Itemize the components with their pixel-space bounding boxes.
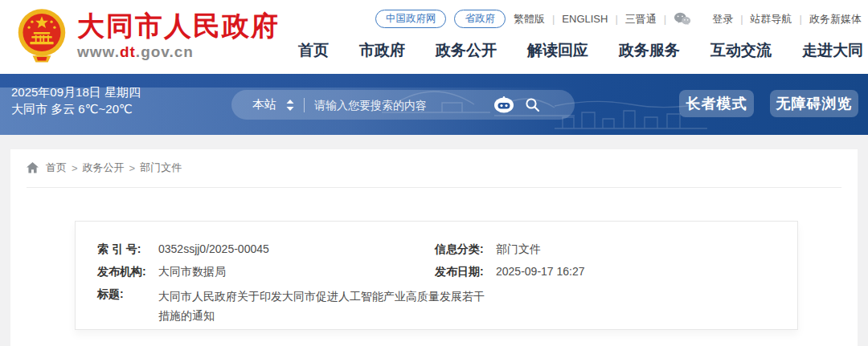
table-row: 标题: 大同市人民政府关于印发大同市促进人工智能产业高质量发展若干措施的通知 <box>97 287 797 325</box>
banner-bar: 2025年09月18日 星期四 大同市 多云 6℃~20℃ 本站 长者模式 无障… <box>0 74 868 135</box>
nav-interaction[interactable]: 互动交流 <box>710 40 772 61</box>
gov-new-media-link[interactable]: 政务新媒体 <box>809 12 862 26</box>
main-navigation: 首页 市政府 政务公开 解读回应 政务服务 互动交流 走进大同 <box>298 40 863 61</box>
issuing-agency-label: 发布机构: <box>97 264 158 279</box>
nav-gov-services[interactable]: 政务服务 <box>619 40 680 61</box>
site-url: www.dt.gov.cn <box>77 43 280 61</box>
index-number-value: 0352ssjj0/2025-00045 <box>158 242 435 257</box>
gov-cn-pill-button[interactable]: 中国政府网 <box>375 10 447 28</box>
dropdown-arrows-icon <box>286 100 294 111</box>
divider <box>27 187 841 188</box>
breadcrumb-gov-disclosure[interactable]: 政务公开 <box>83 161 125 175</box>
site-directory-link[interactable]: 站群导航 <box>751 12 792 26</box>
traditional-chinese-link[interactable]: 繁體版 <box>514 12 545 26</box>
sanjintong-link[interactable]: 三晋通 <box>625 12 657 26</box>
separator: | <box>615 13 617 25</box>
info-category-value: 部门文件 <box>496 242 797 257</box>
english-link[interactable]: ENGLISH <box>562 13 608 25</box>
separator: | <box>664 13 666 25</box>
url-www: www. <box>77 43 120 60</box>
divider <box>304 98 305 112</box>
search-scope-dropdown[interactable]: 本站 <box>252 97 294 112</box>
national-emblem-icon <box>16 8 68 64</box>
nav-interpretation[interactable]: 解读回应 <box>527 40 588 61</box>
content-panel: 首页 > 政务公开 > 部门文件 索 引 号: 0352ssjj0/2025-0… <box>10 149 858 346</box>
separator: | <box>740 13 743 25</box>
language-links: 繁體版 | ENGLISH | 三晋通 | <box>514 12 691 26</box>
login-link[interactable]: 登录 <box>712 12 733 26</box>
utility-links: 中国政府网 省政府 繁體版 | ENGLISH | 三晋通 | 登录 | <box>375 10 862 28</box>
home-icon[interactable] <box>27 162 39 173</box>
document-title-value: 大同市人民政府关于印发大同市促进人工智能产业高质量发展若干措施的通知 <box>158 287 489 325</box>
ai-assistant-robot-icon[interactable] <box>493 96 515 114</box>
site-logo[interactable]: 大同市人民政府 www.dt.gov.cn <box>16 8 280 64</box>
publish-date-label: 发布日期: <box>435 264 496 279</box>
breadcrumb-department-documents[interactable]: 部门文件 <box>140 161 182 175</box>
site-title: 大同市人民政府 <box>77 11 280 41</box>
nav-home[interactable]: 首页 <box>298 40 329 61</box>
breadcrumb-home[interactable]: 首页 <box>46 161 67 175</box>
url-dt: dt <box>120 43 136 60</box>
search-input[interactable] <box>314 99 491 112</box>
breadcrumb-separator: > <box>129 162 136 174</box>
document-info-table: 索 引 号: 0352ssjj0/2025-00045 信息分类: 部门文件 发… <box>75 221 798 330</box>
search-scope-label: 本站 <box>252 97 276 112</box>
separator: | <box>552 13 555 25</box>
province-gov-pill-button[interactable]: 省政府 <box>454 10 506 28</box>
site-title-block: 大同市人民政府 www.dt.gov.cn <box>77 11 280 61</box>
current-date: 2025年09月18日 星期四 <box>11 83 141 100</box>
weather-info: 大同市 多云 6℃~20℃ <box>11 100 141 117</box>
breadcrumb: 首页 > 政务公开 > 部门文件 <box>27 161 182 175</box>
search-bar: 本站 <box>231 90 575 120</box>
search-icon[interactable] <box>525 97 540 112</box>
account-links: 登录 | 站群导航 | 政务新媒体 <box>712 12 862 26</box>
info-category-label: 信息分类: <box>435 242 496 257</box>
wechat-icon[interactable] <box>674 12 691 26</box>
publish-date-value: 2025-09-17 16:27 <box>496 264 797 279</box>
date-weather: 2025年09月18日 星期四 大同市 多云 6℃~20℃ <box>11 83 141 117</box>
nav-city-government[interactable]: 市政府 <box>359 40 405 61</box>
elder-mode-button[interactable]: 长者模式 <box>679 90 754 117</box>
breadcrumb-separator: > <box>72 162 78 174</box>
nav-gov-info-disclosure[interactable]: 政务公开 <box>436 40 497 61</box>
separator: | <box>800 13 802 25</box>
document-title-label: 标题: <box>97 287 158 325</box>
site-header: 大同市人民政府 www.dt.gov.cn 中国政府网 省政府 繁體版 | EN… <box>0 0 868 74</box>
index-number-label: 索 引 号: <box>97 242 158 257</box>
nav-about-datong[interactable]: 走进大同 <box>802 40 863 61</box>
issuing-agency-value: 大同市数据局 <box>158 264 435 279</box>
url-suffix: .gov.cn <box>136 43 194 60</box>
table-row: 索 引 号: 0352ssjj0/2025-00045 信息分类: 部门文件 <box>97 242 797 257</box>
table-row: 发布机构: 大同市数据局 发布日期: 2025-09-17 16:27 <box>97 264 797 279</box>
accessibility-button[interactable]: 无障碍浏览 <box>770 90 858 117</box>
